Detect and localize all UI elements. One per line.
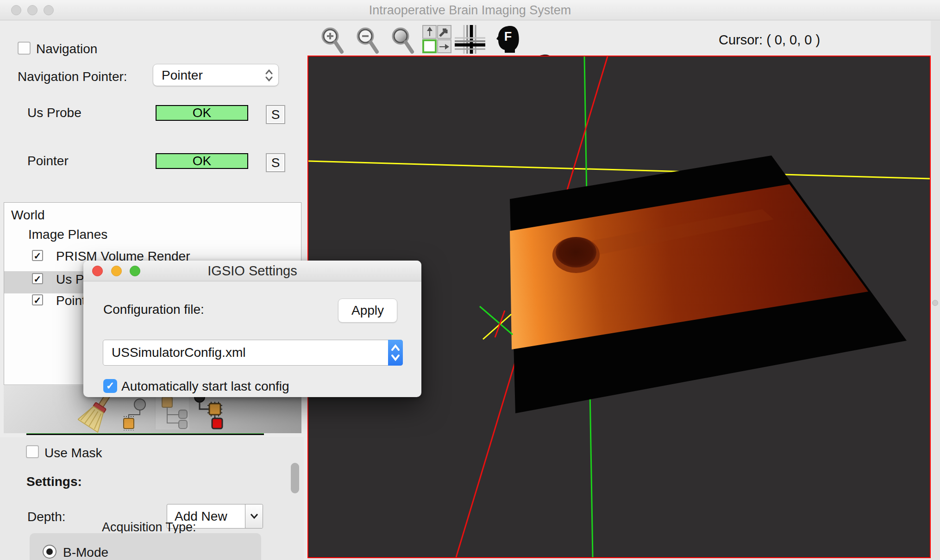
depth-label: Depth: <box>27 510 66 524</box>
navigation-pointer-label: Navigation Pointer: <box>18 69 127 84</box>
record-transform-icon[interactable] <box>192 392 225 434</box>
pointer-status: OK <box>156 153 248 169</box>
view-front-letter: F <box>495 30 520 44</box>
stepper-chevrons-icon <box>388 340 403 366</box>
b-mode-label: B-Mode <box>63 545 108 560</box>
tree-item-image-planes[interactable]: Image Planes <box>28 227 107 242</box>
pointer-s-button[interactable]: S <box>266 153 285 172</box>
chevron-down-icon <box>250 513 259 519</box>
transform-tree-icon[interactable] <box>119 394 149 432</box>
us-probe-s-button[interactable]: S <box>266 105 285 124</box>
crosshair-grid-icon[interactable] <box>455 25 485 56</box>
origin-marker-green <box>480 306 513 335</box>
navigation-label: Navigation <box>36 42 97 56</box>
axis-line-yellow <box>308 161 930 179</box>
tree-checkbox-us-probe[interactable] <box>32 273 43 284</box>
auto-start-label: Automatically start last config <box>121 379 289 394</box>
cursor-readout: Cursor: ( 0, 0, 0 ) <box>719 32 820 48</box>
pan-arrows-icon[interactable] <box>422 25 452 56</box>
combobox-stepper[interactable] <box>388 340 403 366</box>
settings-heading: Settings: <box>26 474 82 489</box>
tree-checkbox-prism[interactable] <box>32 250 43 261</box>
acquisition-type-label: Acquisition Type: <box>102 520 196 535</box>
popup-chevrons-icon <box>264 68 274 82</box>
scroll-dot[interactable] <box>932 300 938 306</box>
us-crater <box>556 237 596 268</box>
origin-marker-yellow <box>483 314 511 339</box>
config-file-combobox[interactable]: USSimulatorConfig.xml <box>103 340 403 366</box>
use-mask-checkbox[interactable] <box>26 445 39 458</box>
config-file-value: USSimulatorConfig.xml <box>112 345 245 360</box>
zoom-out-icon[interactable] <box>353 25 382 56</box>
tracker-progress-bar <box>26 433 264 435</box>
pointer-label: Pointer <box>27 154 69 168</box>
us-probe-label: Us Probe <box>27 106 81 120</box>
window-right-gutter <box>931 21 940 560</box>
origin-marker-red <box>495 311 505 337</box>
tree-checkbox-pointer[interactable] <box>32 294 43 305</box>
b-mode-radio[interactable] <box>43 545 56 559</box>
panel-scrollbar[interactable] <box>291 463 299 493</box>
zoom-in-icon[interactable] <box>318 25 347 56</box>
navigation-checkbox[interactable] <box>18 42 31 55</box>
tree-item-world[interactable]: World <box>11 208 45 223</box>
navigation-pointer-value: Pointer <box>162 68 203 83</box>
navigation-pointer-select[interactable]: Pointer <box>153 64 279 86</box>
auto-start-checkbox[interactable] <box>103 379 117 393</box>
window-title: Intraoperative Brain Imaging System <box>0 0 940 20</box>
igsio-settings-dialog: IGSIO Settings Configuration file: Apply… <box>83 261 421 397</box>
dialog-title: IGSIO Settings <box>83 261 421 281</box>
zoom-fit-icon[interactable] <box>388 25 418 56</box>
use-mask-label: Use Mask <box>44 446 102 460</box>
apply-button[interactable]: Apply <box>338 299 397 323</box>
view-front-icon[interactable]: F <box>495 25 520 54</box>
configuration-file-label: Configuration file: <box>103 302 204 317</box>
combo-dropdown-button[interactable] <box>245 504 263 528</box>
transform-branch-icon[interactable] <box>155 393 190 432</box>
us-probe-status: OK <box>156 105 248 121</box>
